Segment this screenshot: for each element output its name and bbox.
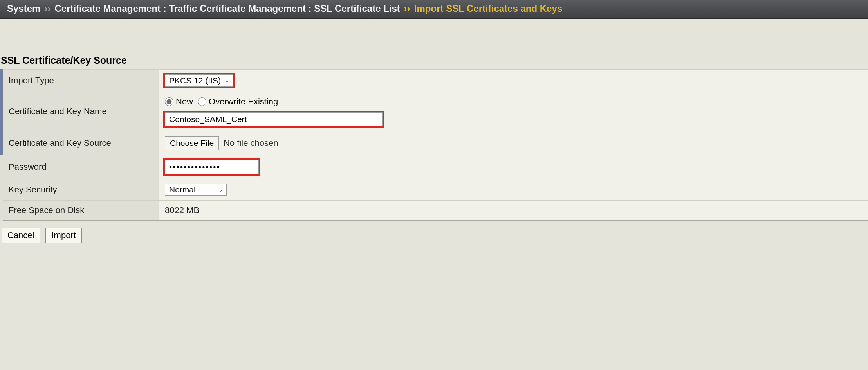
label-import-type: Import Type <box>2 70 159 92</box>
key-security-select[interactable]: Normal ⌄ <box>165 184 227 196</box>
choose-file-button[interactable]: Choose File <box>165 136 219 150</box>
row-import-type: Import Type PKCS 12 (IIS) ⌄ <box>2 70 868 92</box>
breadcrumb-separator-icon: ›› <box>44 3 51 14</box>
radio-new[interactable] <box>165 97 173 106</box>
chevron-down-icon: ⌄ <box>218 187 223 193</box>
chevron-down-icon: ⌄ <box>225 77 229 84</box>
row-password: Password <box>2 155 868 179</box>
section-title: SSL Certificate/Key Source <box>0 19 868 69</box>
import-button[interactable]: Import <box>45 228 81 243</box>
label-password: Password <box>2 155 159 179</box>
key-security-value: Normal <box>169 185 196 194</box>
import-type-value: PKCS 12 (IIS) <box>169 76 221 85</box>
radio-new-label: New <box>176 97 193 107</box>
breadcrumb-bar: System ›› Certificate Management : Traff… <box>0 0 868 19</box>
row-key-security: Key Security Normal ⌄ <box>2 179 868 201</box>
label-cert-key-name: Certificate and Key Name <box>2 92 159 131</box>
label-cert-key-source: Certificate and Key Source <box>2 131 159 155</box>
free-space-value: 8022 MB <box>165 205 199 215</box>
row-cert-key-source: Certificate and Key Source Choose File N… <box>2 131 868 155</box>
button-row: Cancel Import <box>0 221 868 250</box>
radio-overwrite[interactable] <box>198 97 206 106</box>
row-free-space: Free Space on Disk 8022 MB <box>2 201 868 221</box>
cert-key-name-input[interactable] <box>165 112 383 126</box>
file-status: No file chosen <box>224 138 278 148</box>
cancel-button[interactable]: Cancel <box>2 228 40 243</box>
password-input[interactable] <box>165 160 259 174</box>
breadcrumb-current: Import SSL Certificates and Keys <box>414 3 562 14</box>
label-free-space: Free Space on Disk <box>2 201 159 221</box>
breadcrumb-root[interactable]: System <box>7 3 40 14</box>
form-table: Import Type PKCS 12 (IIS) ⌄ Certificate … <box>0 69 868 221</box>
breadcrumb-separator-icon: ›› <box>404 3 410 14</box>
row-cert-key-name: Certificate and Key Name New Overwrite E… <box>2 92 868 131</box>
import-type-select[interactable]: PKCS 12 (IIS) ⌄ <box>165 74 233 87</box>
radio-overwrite-label: Overwrite Existing <box>209 97 278 107</box>
label-key-security: Key Security <box>2 179 159 201</box>
breadcrumb-path[interactable]: Certificate Management : Traffic Certifi… <box>54 3 400 14</box>
